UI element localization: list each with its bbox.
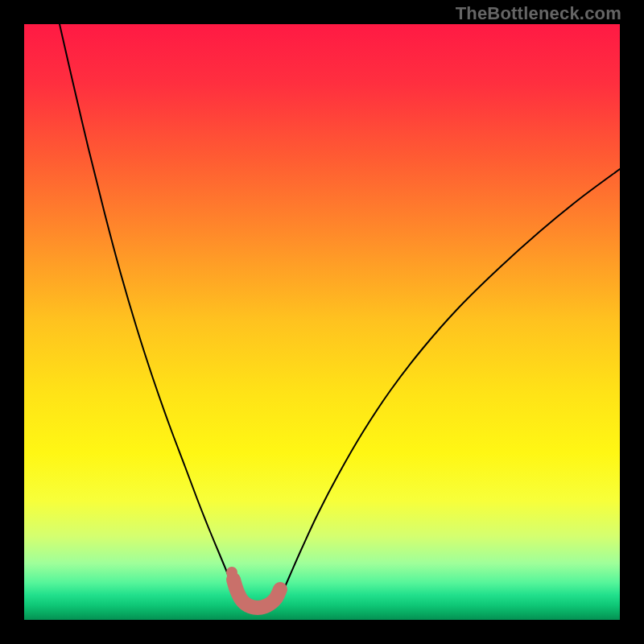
chart-frame bbox=[24, 24, 620, 620]
highlight-dot bbox=[226, 567, 237, 578]
chart-svg bbox=[24, 24, 620, 620]
gradient-bg bbox=[24, 24, 620, 620]
watermark-text: TheBottleneck.com bbox=[456, 3, 621, 24]
